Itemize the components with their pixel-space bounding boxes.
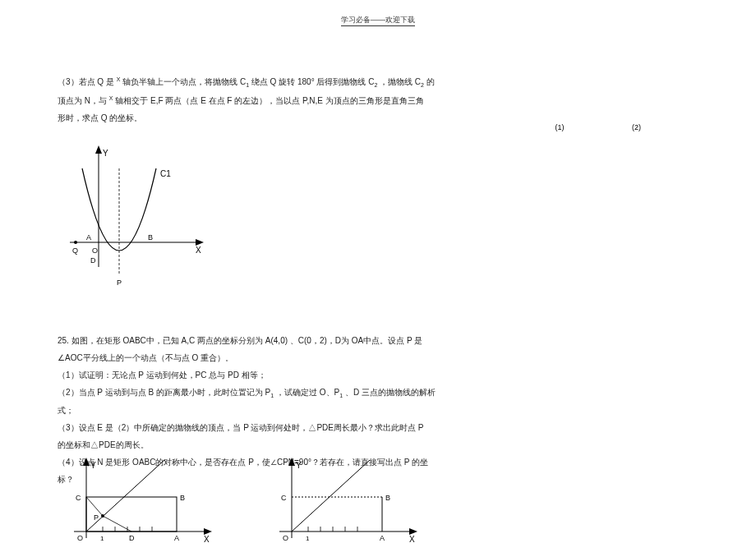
- d2-a: A: [174, 534, 179, 542]
- x-axis-label: X: [196, 246, 201, 255]
- diagram-row: Y X C B P O D A 1 Y X C B: [66, 456, 477, 543]
- d3-x: X: [409, 535, 415, 543]
- side-label-1: (1): [555, 123, 564, 131]
- d2-c: C: [76, 494, 81, 502]
- svg-marker-21: [288, 458, 295, 466]
- b-label: B: [148, 233, 153, 242]
- p24-line2: 顶点为 N，与 X 轴相交于 E,F 两点（点 E 在点 F 的左边），当以点 …: [58, 93, 567, 108]
- t5: 的: [426, 77, 435, 86]
- d2-d: D: [129, 534, 135, 542]
- p2-t3: 、D 三点的抛物线的解析: [345, 388, 436, 397]
- d-label: D: [90, 256, 96, 265]
- s3: 2: [421, 82, 424, 88]
- svg-marker-3: [196, 239, 204, 246]
- var-x2: X: [109, 95, 113, 101]
- t4: ，抛物线 C: [380, 77, 421, 86]
- p25-part2b: 式；: [58, 403, 567, 418]
- svg-marker-7: [83, 458, 90, 466]
- t6: 顶点为 N，与: [58, 96, 109, 105]
- p25-part3b: 的坐标和△PDE的周长。: [58, 437, 567, 453]
- svg-line-26: [292, 460, 370, 531]
- d2-o: O: [77, 534, 83, 542]
- p-label: P: [117, 278, 122, 287]
- p2-s1: 1: [270, 393, 274, 398]
- rect-svg-2: Y X C B O A 1: [271, 456, 427, 543]
- parabola-svg: Y X C1 Q A O B D P: [66, 144, 214, 308]
- svg-rect-10: [86, 497, 177, 531]
- d3-c: C: [281, 494, 287, 502]
- t3: 绕点 Q 旋转 180° 后得到抛物线 C: [251, 77, 375, 86]
- p25-part2: （2）当点 P 运动到与点 B 的距离最小时，此时位置记为 P1 ，试确定过 O…: [58, 384, 567, 401]
- d2-1: 1: [100, 535, 104, 542]
- d2-p: P: [94, 513, 99, 522]
- d3-b: B: [385, 494, 390, 502]
- side-label-2: (2): [632, 123, 641, 131]
- svg-marker-9: [204, 528, 212, 535]
- s2: 2: [374, 82, 377, 88]
- header-text: 学习必备——欢迎下载: [341, 15, 415, 26]
- t2: 轴负半轴上一个动点，将抛物线 C: [122, 77, 246, 86]
- side-labels: (1) (2): [555, 123, 707, 131]
- p25-part3a: （3）设点 E 是（2）中所确定的抛物线的顶点，当 P 运动到何处时，△PDE周…: [58, 420, 567, 435]
- svg-marker-1: [95, 145, 102, 154]
- d3-y: Y: [296, 461, 302, 470]
- p2-t2: ，试确定过 O、P: [276, 388, 339, 397]
- svg-point-5: [74, 241, 77, 244]
- d2-b: B: [180, 494, 185, 502]
- p25-intro2: ∠AOC平分线上的一个动点（不与点 O 重合）。: [58, 350, 567, 366]
- p2-t1: （2）当点 P 运动到与点 B 的距离最小时，此时位置记为 P: [58, 388, 270, 397]
- problem-24-part3: （3）若点 Q 是 X 轴负半轴上一个动点，将抛物线 C1 绕点 Q 旋转 18…: [58, 74, 567, 127]
- a-label: A: [86, 233, 91, 242]
- p25-part1: （1）试证明：无论点 P 运动到何处，PC 总与 PD 相等；: [58, 367, 567, 383]
- t8: 形时，求点 Q 的坐标。: [58, 113, 142, 122]
- diagram-rect-plain: Y X C B O A 1: [271, 456, 427, 543]
- d3-o: O: [283, 534, 288, 542]
- d2-y: Y: [90, 461, 96, 470]
- d3-1: 1: [306, 535, 310, 542]
- p24-line3: 形时，求点 Q 的坐标。: [58, 110, 567, 126]
- q-label: Q: [72, 246, 78, 255]
- var-x1: X: [117, 76, 121, 82]
- t7: 轴相交于 E,F 两点（点 E 在点 F 的左边），当以点 P,N,E 为顶点的…: [115, 96, 423, 105]
- y-axis-label: Y: [103, 149, 108, 158]
- p25-intro1: 25. 如图，在矩形 OABC中，已知 A,C 两点的坐标分别为 A(4,0) …: [58, 333, 567, 348]
- rect-svg-1: Y X C B P O D A 1: [66, 456, 222, 543]
- page-header: 学习必备——欢迎下载: [0, 15, 756, 26]
- diagram-parabola: Y X C1 Q A O B D P: [66, 144, 214, 308]
- p2-s2: 1: [339, 393, 343, 398]
- t1: （3）若点 Q 是: [58, 77, 114, 86]
- o-label: O: [92, 246, 98, 255]
- p24-line1: （3）若点 Q 是 X 轴负半轴上一个动点，将抛物线 C1 绕点 Q 旋转 18…: [58, 74, 567, 91]
- s1: 1: [246, 82, 249, 88]
- d3-a: A: [380, 534, 385, 542]
- c1-label: C1: [160, 169, 171, 178]
- svg-marker-23: [409, 528, 417, 535]
- diagram-rect-with-p: Y X C B P O D A 1: [66, 456, 222, 543]
- d2-x: X: [204, 535, 210, 543]
